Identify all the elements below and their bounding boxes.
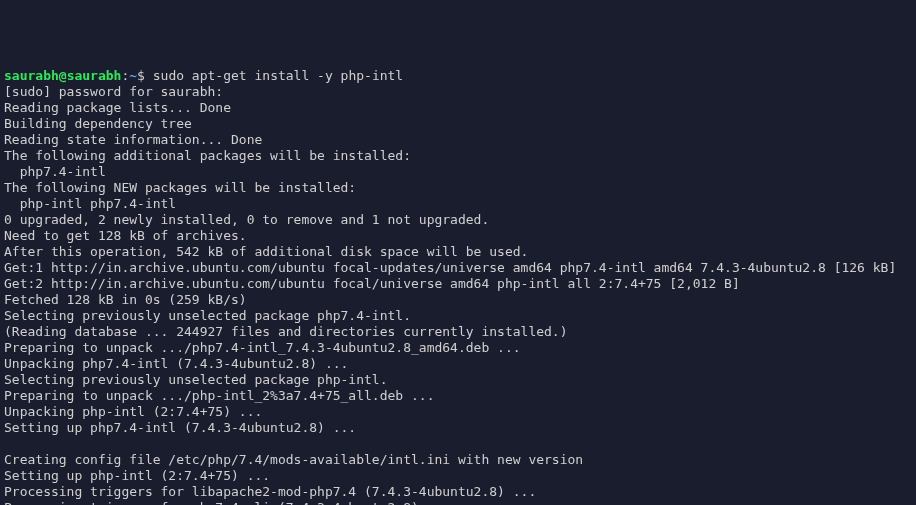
output-line: Setting up php7.4-intl (7.4.3-4ubuntu2.8… [4, 420, 912, 436]
typed-command: sudo apt-get install -y php-intl [153, 68, 403, 83]
output-line: Building dependency tree [4, 116, 912, 132]
output-line: Processing triggers for php7.4-cli (7.4.… [4, 500, 912, 505]
output-line: Preparing to unpack .../php-intl_2%3a7.4… [4, 388, 912, 404]
output-line: Fetched 128 kB in 0s (259 kB/s) [4, 292, 912, 308]
prompt-path: ~ [129, 68, 137, 83]
output-line: Reading state information... Done [4, 132, 912, 148]
prompt-host: saurabh [67, 68, 122, 83]
output-line: (Reading database ... 244927 files and d… [4, 324, 912, 340]
output-line: Unpacking php7.4-intl (7.4.3-4ubuntu2.8)… [4, 356, 912, 372]
prompt-dollar: $ [137, 68, 153, 83]
output-line: Preparing to unpack .../php7.4-intl_7.4.… [4, 340, 912, 356]
output-line: [sudo] password for saurabh: [4, 84, 912, 100]
output-line: The following additional packages will b… [4, 148, 912, 164]
prompt-user: saurabh [4, 68, 59, 83]
output-line: Processing triggers for libapache2-mod-p… [4, 484, 912, 500]
output-line: 0 upgraded, 2 newly installed, 0 to remo… [4, 212, 912, 228]
output-line: Reading package lists... Done [4, 100, 912, 116]
output-line: Get:1 http://in.archive.ubuntu.com/ubunt… [4, 260, 912, 276]
terminal-output[interactable]: saurabh@saurabh:~$ sudo apt-get install … [4, 68, 912, 505]
prompt-line-cmd: saurabh@saurabh:~$ sudo apt-get install … [4, 68, 912, 84]
prompt-at: @ [59, 68, 67, 83]
output-line: Need to get 128 kB of archives. [4, 228, 912, 244]
output-line: Get:2 http://in.archive.ubuntu.com/ubunt… [4, 276, 912, 292]
output-line [4, 436, 912, 452]
output-line: Unpacking php-intl (2:7.4+75) ... [4, 404, 912, 420]
output-line: php7.4-intl [4, 164, 912, 180]
output-line: After this operation, 542 kB of addition… [4, 244, 912, 260]
output-line: Setting up php-intl (2:7.4+75) ... [4, 468, 912, 484]
output-line: Creating config file /etc/php/7.4/mods-a… [4, 452, 912, 468]
output-line: Selecting previously unselected package … [4, 372, 912, 388]
output-line: php-intl php7.4-intl [4, 196, 912, 212]
output-line: The following NEW packages will be insta… [4, 180, 912, 196]
output-line: Selecting previously unselected package … [4, 308, 912, 324]
